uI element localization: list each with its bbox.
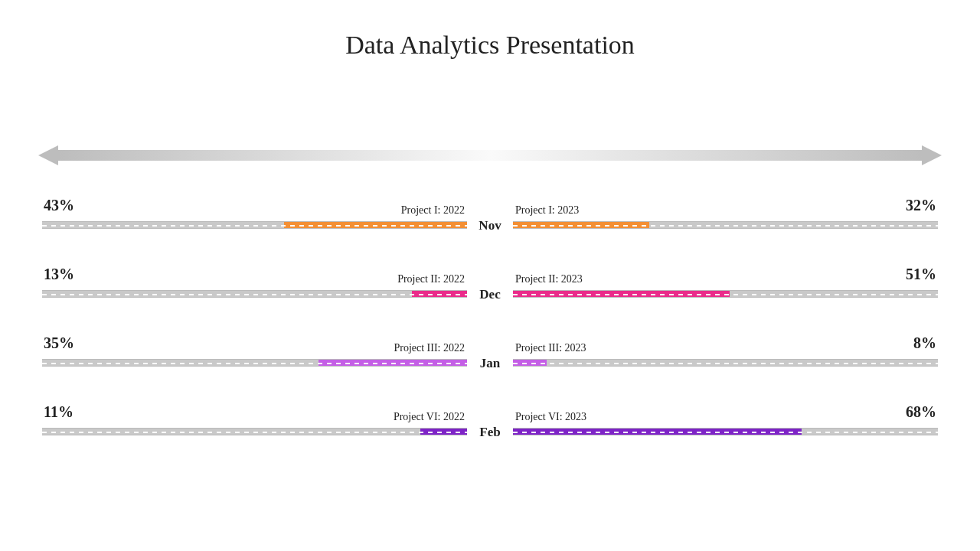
month-label: Nov <box>42 218 938 233</box>
row-nov: 43%32%Project I: 2022Project I: 2023Nov <box>42 187 938 256</box>
month-label: Feb <box>42 425 938 440</box>
arrowhead-right-icon <box>922 145 942 165</box>
label-right: Project I: 2023 <box>515 204 579 217</box>
label-right: Project II: 2023 <box>515 273 583 285</box>
row-jan: 35%8%Project III: 2022Project III: 2023J… <box>42 325 938 394</box>
pct-right: 32% <box>906 197 936 214</box>
pct-left: 13% <box>44 266 74 283</box>
pct-left: 43% <box>44 197 74 214</box>
row-dec: 13%51%Project II: 2022Project II: 2023De… <box>42 256 938 325</box>
label-right: Project III: 2023 <box>515 342 586 354</box>
row-feb: 11%68%Project VI: 2022Project VI: 2023Fe… <box>42 394 938 463</box>
label-right: Project VI: 2023 <box>515 411 586 423</box>
label-left: Project I: 2022 <box>401 204 465 217</box>
timeline-axis-arrow <box>38 145 942 165</box>
month-label: Jan <box>42 356 938 371</box>
axis-shaft <box>58 150 922 161</box>
pct-left: 11% <box>44 403 74 421</box>
slide-title: Data Analytics Presentation <box>0 31 980 60</box>
month-label: Dec <box>42 287 938 302</box>
pct-left: 35% <box>44 334 74 352</box>
pct-right: 8% <box>913 334 936 352</box>
label-left: Project VI: 2022 <box>394 411 465 423</box>
pct-right: 68% <box>906 403 936 421</box>
label-left: Project III: 2022 <box>394 342 465 354</box>
label-left: Project II: 2022 <box>397 273 465 285</box>
pct-right: 51% <box>906 266 936 283</box>
rows-container: 43%32%Project I: 2022Project I: 2023Nov1… <box>42 187 938 463</box>
arrowhead-left-icon <box>38 145 58 165</box>
slide: Data Analytics Presentation 43%32%Projec… <box>0 0 980 551</box>
